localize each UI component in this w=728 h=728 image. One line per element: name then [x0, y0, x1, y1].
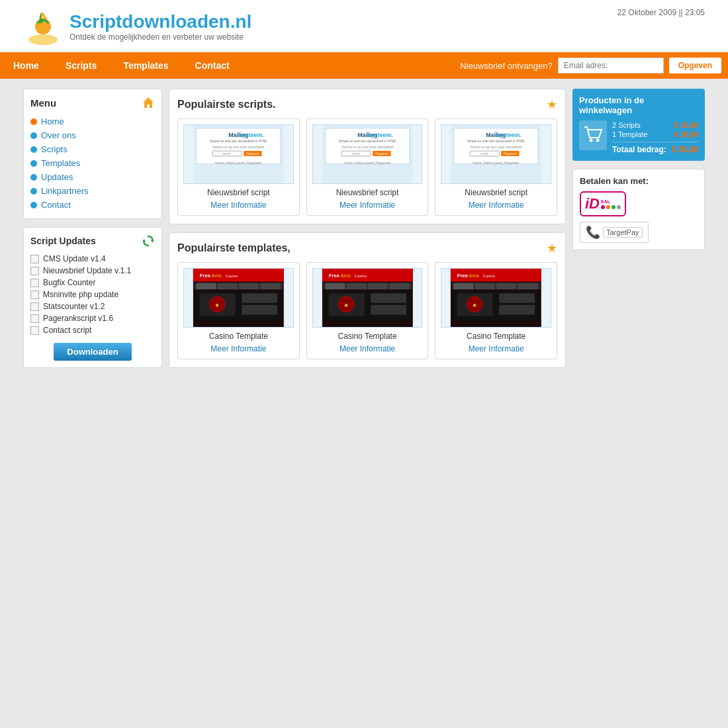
template-link-2[interactable]: Meer Informatie: [340, 344, 395, 353]
list-item: Scripts: [30, 142, 155, 156]
svg-point-89: [590, 139, 593, 142]
script-thumb-3: Mailing systeem. Simpel en snel een nieu…: [441, 124, 551, 184]
svg-text:Simpel en snel een nieuwsbrief: Simpel en snel een nieuwsbrief in HTML: [338, 140, 396, 143]
dot-pink: [601, 205, 605, 209]
svg-point-90: [596, 139, 600, 142]
checkbox-icon[interactable]: [30, 326, 39, 335]
header: Scriptdownloaden.nl Ontdek de mogelijkhe…: [0, 0, 728, 52]
cart-icon: [583, 124, 603, 144]
payment-title: Betalen kan met:: [580, 176, 698, 186]
menu-list: Home Over ons Scripts Templates Updates …: [30, 114, 155, 212]
targetpay-text: TargetPay: [603, 227, 643, 238]
home-icon: [142, 96, 155, 109]
nav-home[interactable]: Home: [0, 52, 52, 79]
svg-rect-53: [242, 293, 277, 303]
dot-orange: [606, 205, 610, 209]
email-input[interactable]: [558, 58, 664, 73]
script-name-2: Nieuwsbrief script: [312, 188, 423, 197]
svg-text:Home | Admin panel | Registree: Home | Admin panel | Registreer: [344, 161, 391, 165]
cart-title: Producten in de winkelwagen: [579, 95, 698, 115]
dot-icon: [30, 146, 37, 153]
nav-scripts[interactable]: Scripts: [52, 52, 110, 79]
svg-rect-69: [371, 293, 406, 303]
script-link-1[interactable]: Meer Informatie: [210, 201, 266, 210]
template-thumb-1: Free Ams Casino: [183, 268, 294, 328]
menu-link-updates[interactable]: Updates: [41, 172, 73, 182]
list-item: Msninvite php update: [30, 289, 155, 300]
checkbox-icon[interactable]: [30, 279, 39, 287]
svg-text:Ams: Ams: [469, 273, 480, 279]
subscribe-button[interactable]: Opgeven: [669, 58, 721, 73]
nav-contact[interactable]: Contact: [182, 52, 243, 79]
cart-content: 2 Scripts € 15,00 1 Template € 20,00 Tot…: [579, 120, 698, 154]
checkbox-icon[interactable]: [30, 291, 39, 299]
svg-point-0: [28, 34, 58, 45]
ideal-label: EAL: [601, 199, 621, 204]
svg-text:♠: ♠: [215, 301, 218, 308]
menu-header: Menu: [30, 96, 155, 109]
svg-text:systeem.: systeem.: [496, 132, 522, 138]
svg-rect-63: [325, 283, 344, 290]
download-button[interactable]: Downloaden: [54, 343, 131, 361]
template-link-1[interactable]: Meer Informatie: [210, 344, 266, 353]
site-name: Scriptdownloaden.nl: [69, 11, 251, 32]
svg-text:Home | Admin panel | Registree: Home | Admin panel | Registreer: [473, 161, 520, 165]
newsletter-area: Nieuwsbrief ontvangen? Opgeven: [460, 58, 728, 73]
updates-list: CMS Update v1.4 Nieuwsbrief Update v.1.1…: [30, 253, 155, 336]
svg-point-3: [35, 19, 51, 34]
script-link-2[interactable]: Meer Informatie: [340, 201, 395, 210]
targetpay-label: TargetPay: [603, 227, 643, 238]
logo-area: Scriptdownloaden.nl Ontdek de mogelijkhe…: [23, 7, 251, 46]
svg-text:Home | Admin panel | Registree: Home | Admin panel | Registreer: [215, 161, 262, 165]
menu-link-home[interactable]: Home: [41, 116, 64, 126]
newsletter-label: Nieuwsbrief ontvangen?: [460, 61, 552, 71]
svg-rect-82: [518, 283, 537, 290]
checkbox-icon[interactable]: [30, 255, 39, 263]
nav-templates[interactable]: Templates: [110, 52, 181, 79]
script-card-1: Mailing systeem. Simpel en snel een nieu…: [177, 118, 300, 216]
script-name-1: Nieuwsbrief script: [183, 188, 294, 197]
cart-items: 2 Scripts € 15,00 1 Template € 20,00 Tot…: [612, 120, 698, 154]
cart-row-price-2: € 20,00: [674, 130, 698, 138]
cart-row-label-1: 2 Scripts: [612, 121, 641, 129]
menu-link-scripts[interactable]: Scripts: [41, 144, 68, 154]
checkbox-icon[interactable]: [30, 302, 39, 311]
popular-scripts-section: Populairste scripts. ★ Mailing systeem. …: [169, 89, 566, 224]
logo-text: Scriptdownloaden.nl Ontdek de mogelijkhe…: [69, 11, 251, 42]
svg-text:systeem.: systeem.: [368, 132, 393, 138]
list-item: Templates: [30, 156, 155, 170]
checkbox-icon[interactable]: [30, 314, 39, 323]
svg-text:Free: Free: [200, 273, 211, 279]
svg-rect-48: [218, 283, 237, 290]
svg-text:Ams: Ams: [340, 273, 351, 279]
left-sidebar: Menu Home Over ons Scripts Templates Upd…: [23, 89, 162, 376]
script-link-3[interactable]: Meer Informatie: [469, 201, 524, 210]
ideal-badge: iD EAL: [580, 191, 626, 216]
checkbox-icon[interactable]: [30, 267, 39, 275]
svg-text:Casino: Casino: [354, 274, 367, 278]
menu-link-templates[interactable]: Templates: [41, 158, 80, 168]
svg-rect-64: [347, 283, 366, 290]
svg-rect-65: [368, 283, 387, 290]
cart-row-label-2: 1 Template: [612, 130, 648, 138]
template-card-2: Free Ams Casino: [306, 262, 429, 359]
menu-link-overons[interactable]: Over ons: [41, 130, 76, 140]
menu-link-contact[interactable]: Contact: [41, 200, 71, 210]
cart-row-2: 1 Template € 20,00: [612, 130, 698, 139]
dot-icon: [30, 118, 37, 125]
center-content: Populairste scripts. ★ Mailing systeem. …: [169, 89, 566, 376]
svg-text:Opgeven: Opgeven: [504, 152, 517, 156]
main-content: Menu Home Over ons Scripts Templates Upd…: [0, 79, 728, 386]
template-card-1: Free Ams Casino: [177, 262, 300, 359]
cart-row-1: 2 Scripts € 15,00: [612, 120, 698, 130]
svg-rect-79: [454, 283, 473, 290]
updates-box: Script Updates CMS Update v1.4 Nieuwsbri…: [23, 227, 162, 368]
star-icon-2: ★: [547, 241, 557, 255]
menu-link-linkpartners[interactable]: Linkpartners: [41, 186, 89, 196]
svg-text:Simpel en snel een nieuwsbrief: Simpel en snel een nieuwsbrief in HTML: [210, 140, 268, 143]
template-link-3[interactable]: Meer Informatie: [469, 344, 524, 353]
list-item: CMS Update v1.4: [30, 253, 155, 265]
svg-text:Casino: Casino: [483, 274, 496, 278]
script-card-3: Mailing systeem. Simpel en snel een nieu…: [435, 118, 557, 216]
cart-divider: [612, 142, 698, 142]
